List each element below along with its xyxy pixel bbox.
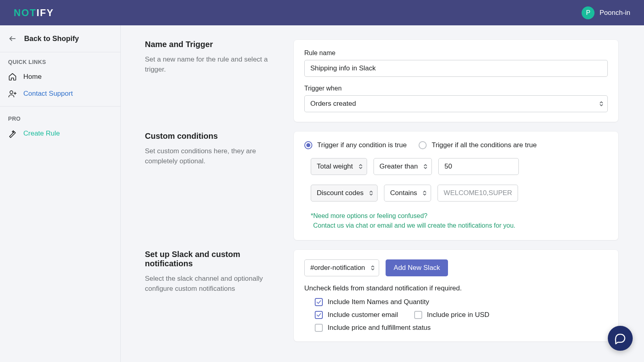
uncheck-note: Uncheck fields from standard notificatio… [304,284,608,292]
avatar-letter: P [586,9,590,16]
radio-any-condition[interactable]: Trigger if any condition is true [304,141,407,149]
rule-name-label: Rule name [304,49,608,57]
logo-text-right: IFY [37,7,54,18]
help-text: *Need more options or feeling confused? … [304,211,608,230]
condition-field-select[interactable]: Total weight [311,158,367,175]
checkbox-icon [315,324,323,332]
pro-heading: PRO [0,109,120,125]
user-menu[interactable]: P Poonch-in [582,6,630,19]
section-title: Set up Slack and custom notifications [145,250,278,268]
section-title: Name and Trigger [145,40,278,49]
name-trigger-card: Rule name Trigger when Orders created [294,40,618,122]
sidebar-item-label: Create Rule [23,130,60,138]
app-logo: NOTIFY [14,7,54,19]
trigger-when-label: Trigger when [304,85,608,92]
section-custom-conditions: Custom conditions Set custom conditions … [145,132,618,240]
select-value: Orders created [310,100,356,108]
checkbox-icon [315,311,323,319]
sidebar-item-label: Home [23,73,41,81]
condition-value-input[interactable] [438,158,519,175]
sidebar-item-label: Contact Support [23,90,73,98]
select-value: Contains [390,189,417,197]
username: Poonch-in [599,9,630,17]
section-title: Custom conditions [145,132,278,141]
select-value: #order-notification [310,264,365,272]
condition-operator-select[interactable]: Greater than [374,158,432,175]
section-description: Set custom conditions here, they are com… [145,146,278,166]
checkbox-include-price-fulfillment[interactable]: Include price and fulfillment status [315,324,431,332]
chat-fab[interactable] [608,326,633,351]
checkbox-label: Include customer email [328,311,398,319]
section-description: Set a new name for the rule and select a… [145,55,278,74]
sidebar: Back to Shopify QUICK LINKS Home Contact… [0,25,121,362]
condition-operator-select[interactable]: Contains [384,185,431,202]
checkbox-include-price-usd[interactable]: Include price in USD [414,311,489,319]
updown-icon [371,265,375,271]
trigger-when-select[interactable]: Orders created [304,95,608,112]
notification-options: Include Item Names and Quantity Include … [304,298,608,332]
checkbox-label: Include Item Names and Quantity [328,298,429,306]
section-description: Select the slack channel and optionally … [145,274,278,294]
select-value: Greater than [380,162,418,171]
select-value: Discount codes [317,189,363,197]
svg-point-1 [10,91,13,94]
checkbox-label: Include price in USD [427,311,489,319]
checkbox-include-items-qty[interactable]: Include Item Names and Quantity [315,298,429,306]
updown-icon [599,101,603,107]
checkbox-include-customer-email[interactable]: Include customer email [315,311,398,319]
slack-card: #order-notification Add New Slack Unchec… [294,250,618,341]
section-name-and-trigger: Name and Trigger Set a new name for the … [145,40,618,122]
add-new-slack-button[interactable]: Add New Slack [386,259,448,276]
updown-icon [423,190,427,196]
condition-row-2: Discount codes Contains [304,185,608,202]
rule-name-input[interactable] [304,60,608,77]
slack-channel-select[interactable]: #order-notification [304,259,379,276]
sidebar-item-create-rule[interactable]: Create Rule [0,125,120,142]
radio-label: Trigger if any condition is true [317,141,407,149]
updown-icon [423,163,427,170]
checkbox-icon [315,298,323,306]
radio-icon [419,141,427,149]
main-content: Name and Trigger Set a new name for the … [121,25,644,362]
condition-field-select[interactable]: Discount codes [311,185,378,202]
radio-all-conditions[interactable]: Trigger if all the conditions are true [419,141,537,149]
checkbox-icon [414,311,422,319]
section-slack-notifications: Set up Slack and custom notifications Se… [145,250,618,341]
arrow-left-icon [8,34,17,43]
radio-label: Trigger if all the conditions are true [431,141,537,149]
avatar: P [582,6,594,19]
help-line-1: *Need more options or feeling confused? [311,211,608,221]
home-icon [8,72,17,81]
sidebar-item-home[interactable]: Home [0,68,120,85]
checkbox-label: Include price and fulfillment status [328,324,431,332]
updown-icon [359,163,363,170]
logo-text-left: NOT [14,7,37,18]
back-to-shopify[interactable]: Back to Shopify [0,25,120,52]
quick-links-heading: QUICK LINKS [0,52,120,68]
select-value: Total weight [317,162,353,171]
updown-icon [369,190,373,196]
chat-icon [614,332,626,344]
sidebar-divider [0,106,120,107]
wand-icon [8,129,17,138]
condition-row-1: Total weight Greater than [304,158,608,175]
conditions-card: Trigger if any condition is true Trigger… [294,132,618,240]
app-header: NOTIFY P Poonch-in [0,0,644,25]
sidebar-item-contact-support[interactable]: Contact Support [0,85,120,102]
back-label: Back to Shopify [24,35,79,43]
help-line-2: Contact us via chat or email and we will… [311,221,608,230]
person-plus-icon [8,89,17,98]
condition-value-input[interactable] [438,185,518,202]
radio-icon [304,141,312,149]
